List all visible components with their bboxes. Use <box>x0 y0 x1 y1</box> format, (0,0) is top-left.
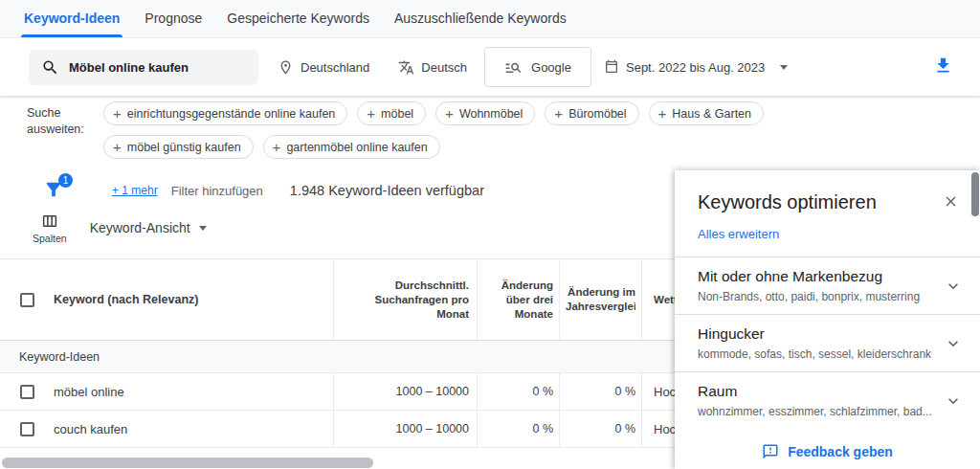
column-header-yoy-change[interactable]: Änderung im Jahresvergleich <box>559 259 641 340</box>
suggestion-chip[interactable]: +einrichtungsgegenstände online kaufen <box>103 101 347 125</box>
row-checkbox[interactable] <box>20 385 34 399</box>
tab-label: Keyword-Ideen <box>24 11 120 26</box>
header: Keyword-Ideen Prognose Gespeicherte Keyw… <box>0 0 980 96</box>
avg-searches-value: 1000 – 10000 <box>396 422 469 436</box>
3month-change-value: 0 % <box>532 422 553 436</box>
chevron-down-icon <box>199 226 207 231</box>
3month-change-cell: 0 % <box>477 411 559 447</box>
location-selector[interactable]: Deutschland <box>278 59 369 76</box>
suggestion-chip-label: möbel <box>381 107 413 121</box>
row-checkbox-cell <box>0 373 54 410</box>
suggestion-chip[interactable]: +Büromöbel <box>545 101 638 125</box>
keyword-cell: möbel online <box>54 373 333 410</box>
suggestion-chip[interactable]: +Haus & Garten <box>649 101 764 125</box>
date-range-label: Sept. 2022 bis Aug. 2023 <box>626 60 765 75</box>
filter-button[interactable]: 1 <box>43 179 66 202</box>
keyword-view-selector[interactable]: Keyword-Ansicht <box>90 220 207 235</box>
refine-section-subtitle: kommode, sofas, tisch, sessel, kleidersc… <box>698 347 931 361</box>
ideas-available-count: 1.948 Keyword-Ideen verfügbar <box>290 183 484 198</box>
columns-label: Spalten <box>33 233 67 244</box>
panel-vertical-scrollbar[interactable] <box>971 172 979 216</box>
column-header-label: Keyword (nach Relevanz) <box>54 293 198 306</box>
chevron-down-icon <box>944 391 963 411</box>
refine-section-text: Mit oder ohne Markenbezug Non-Brands, ot… <box>698 268 920 303</box>
keyword-text: möbel online <box>54 385 124 399</box>
refine-section-subtitle: wohnzimmer, esszimmer, schlafzimmer, bad… <box>698 405 932 418</box>
refine-section-brand[interactable]: Mit oder ohne Markenbezug Non-Brands, ot… <box>675 257 980 314</box>
tab-bar: Keyword-Ideen Prognose Gespeicherte Keyw… <box>0 0 980 38</box>
more-filters-link[interactable]: + 1 mehr <box>112 184 158 197</box>
search-icon <box>41 58 59 77</box>
suggestion-chip[interactable]: +möbel <box>357 101 426 125</box>
plus-icon: + <box>273 140 281 154</box>
close-panel-button[interactable] <box>941 191 961 214</box>
plus-icon: + <box>445 106 454 121</box>
expand-all-link[interactable]: Alles erweitern <box>698 227 779 241</box>
column-header-3month-change[interactable]: Änderung über drei Monate <box>477 259 559 340</box>
refine-section-title: Raum <box>698 383 932 400</box>
refine-section-raum[interactable]: Raum wohnzimmer, esszimmer, schlafzimmer… <box>675 371 980 429</box>
toolbar: Möbel online kaufen Deutschland Deutsch … <box>0 38 980 96</box>
refine-section-hingucker[interactable]: Hingucker kommode, sofas, tisch, sessel,… <box>675 314 980 371</box>
refine-panel-header: Keywords optimieren <box>675 170 980 214</box>
avg-searches-value: 1000 – 10000 <box>396 385 469 398</box>
suggestion-chip-label: gartenmöbel online kaufen <box>286 141 427 154</box>
column-header-keyword[interactable]: Keyword (nach Relevanz) <box>54 259 333 340</box>
search-network-icon <box>504 58 523 77</box>
filter-count-badge: 1 <box>58 173 73 188</box>
suggestion-chip-label: möbel günstig kaufen <box>127 141 241 154</box>
refine-section-text: Raum wohnzimmer, esszimmer, schlafzimmer… <box>698 383 932 418</box>
feedback-button[interactable]: Feedback geben <box>675 443 980 460</box>
suggestion-chip-label: Wohnmöbel <box>459 107 523 121</box>
broaden-search-section: Suche ausweiten: +einrichtungsgegenständ… <box>27 101 923 159</box>
keyword-suggestion-chips: +einrichtungsgegenstände online kaufen +… <box>103 101 923 159</box>
refine-panel-title: Keywords optimieren <box>698 191 877 213</box>
columns-icon <box>40 212 59 230</box>
feedback-icon <box>762 443 779 460</box>
plus-icon: + <box>658 106 667 121</box>
tab-gespeicherte-keywords[interactable]: Gespeicherte Keywords <box>214 0 382 37</box>
search-keywords-field[interactable]: Möbel online kaufen <box>29 50 258 85</box>
location-label: Deutschland <box>301 60 369 75</box>
suggestion-chip[interactable]: +möbel günstig kaufen <box>103 135 254 159</box>
row-checkbox[interactable] <box>20 422 34 436</box>
add-filter-button[interactable]: Filter hinzufügen <box>171 184 263 198</box>
broaden-search-label: Suche ausweiten: <box>27 101 88 159</box>
refine-section-title: Hingucker <box>698 325 931 343</box>
location-pin-icon <box>278 59 294 76</box>
horizontal-scrollbar[interactable] <box>2 458 373 468</box>
network-selector[interactable]: Google <box>484 47 591 87</box>
view-bar: Spalten Keyword-Ansicht <box>33 212 207 244</box>
select-all-checkbox[interactable] <box>20 293 34 307</box>
column-header-avg-searches[interactable]: Durchschnittl. Suchanfragen pro Monat <box>333 259 477 340</box>
suggestion-chip-label: Büromöbel <box>568 107 626 121</box>
date-range-selector[interactable]: Sept. 2022 bis Aug. 2023 <box>604 59 788 75</box>
suggestion-chip-label: Haus & Garten <box>672 107 751 121</box>
keyword-text: couch kaufen <box>54 422 127 436</box>
row-checkbox-cell <box>0 411 54 447</box>
suggestion-chip-label: einrichtungsgegenstände online kaufen <box>127 107 336 121</box>
column-header-label: Änderung im Jahresvergleich <box>566 285 635 314</box>
avg-searches-cell: 1000 – 10000 <box>333 373 477 410</box>
network-label: Google <box>531 60 571 75</box>
columns-button[interactable]: Spalten <box>33 212 67 244</box>
keyword-cell: couch kaufen <box>54 411 333 447</box>
plus-icon: + <box>554 106 563 121</box>
plus-icon: + <box>113 106 122 121</box>
tab-auszuschliessende-keywords[interactable]: Auszuschließende Keywords <box>382 0 579 37</box>
language-selector[interactable]: Deutsch <box>398 59 467 76</box>
header-checkbox-cell <box>0 259 54 340</box>
download-icon <box>933 56 953 76</box>
tab-keyword-ideen[interactable]: Keyword-Ideen <box>11 0 132 37</box>
language-label: Deutsch <box>421 60 467 75</box>
tab-prognose[interactable]: Prognose <box>132 0 214 37</box>
suggestion-chip[interactable]: +gartenmöbel online kaufen <box>263 135 440 159</box>
suggestion-chip[interactable]: +Wohnmöbel <box>435 101 535 125</box>
refine-section-title: Mit oder ohne Markenbezug <box>698 268 920 285</box>
chevron-down-icon <box>944 334 963 353</box>
download-button[interactable] <box>933 56 953 78</box>
refine-keywords-panel: Keywords optimieren Alles erweitern Mit … <box>675 170 980 469</box>
chevron-down-icon <box>780 65 788 70</box>
feedback-label: Feedback geben <box>788 444 893 459</box>
3month-change-cell: 0 % <box>477 373 559 410</box>
